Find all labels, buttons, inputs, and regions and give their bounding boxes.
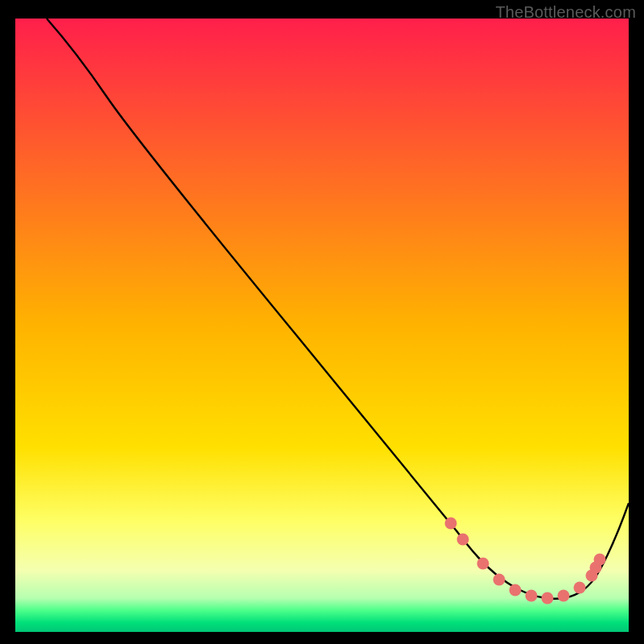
curve-marker <box>558 590 570 602</box>
curve-marker <box>477 558 489 570</box>
curve-marker <box>574 582 586 594</box>
curve-marker <box>445 518 457 530</box>
gradient-background <box>15 19 629 632</box>
chart-stage: TheBottleneck.com <box>0 0 644 644</box>
bottleneck-chart <box>0 0 644 644</box>
curve-marker <box>526 590 538 602</box>
curve-marker <box>457 534 469 546</box>
curve-marker <box>542 592 554 605</box>
curve-marker <box>510 584 522 597</box>
curve-marker <box>493 574 506 586</box>
curve-marker <box>594 554 606 566</box>
watermark-label: TheBottleneck.com <box>495 3 636 22</box>
